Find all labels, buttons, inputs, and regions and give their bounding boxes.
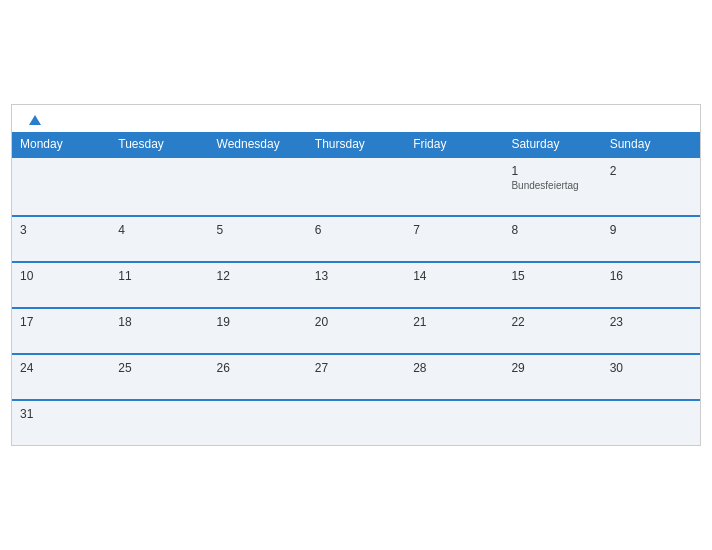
day-number: 14	[413, 269, 495, 283]
week-row-5: 24252627282930	[12, 354, 700, 400]
day-number: 23	[610, 315, 692, 329]
day-number: 2	[610, 164, 692, 178]
day-cell: 11	[110, 262, 208, 308]
calendar-grid: MondayTuesdayWednesdayThursdayFridaySatu…	[12, 132, 700, 445]
day-cell: 14	[405, 262, 503, 308]
week-row-1: 1Bundesfeiertag2	[12, 157, 700, 216]
weekday-header-wednesday: Wednesday	[209, 132, 307, 157]
logo-triangle-icon	[29, 115, 41, 125]
day-number: 5	[217, 223, 299, 237]
day-number: 20	[315, 315, 397, 329]
day-number: 26	[217, 361, 299, 375]
day-number: 25	[118, 361, 200, 375]
day-number: 27	[315, 361, 397, 375]
day-number: 6	[315, 223, 397, 237]
day-number: 10	[20, 269, 102, 283]
day-cell: 31	[12, 400, 110, 445]
day-cell: 20	[307, 308, 405, 354]
day-cell	[307, 157, 405, 216]
day-cell: 1Bundesfeiertag	[503, 157, 601, 216]
day-event: Bundesfeiertag	[511, 180, 593, 191]
day-cell: 24	[12, 354, 110, 400]
day-number: 24	[20, 361, 102, 375]
day-cell: 4	[110, 216, 208, 262]
day-cell	[209, 157, 307, 216]
day-cell	[110, 157, 208, 216]
day-cell: 22	[503, 308, 601, 354]
week-row-6: 31	[12, 400, 700, 445]
day-cell: 12	[209, 262, 307, 308]
day-cell: 7	[405, 216, 503, 262]
day-cell: 9	[602, 216, 700, 262]
weekday-header-thursday: Thursday	[307, 132, 405, 157]
day-cell: 30	[602, 354, 700, 400]
day-cell	[307, 400, 405, 445]
day-number: 16	[610, 269, 692, 283]
logo-blue-text	[26, 115, 41, 126]
week-row-4: 17181920212223	[12, 308, 700, 354]
weekday-header-monday: Monday	[12, 132, 110, 157]
day-cell	[405, 400, 503, 445]
day-number: 31	[20, 407, 102, 421]
calendar-body: 1Bundesfeiertag2345678910111213141516171…	[12, 157, 700, 445]
day-number: 9	[610, 223, 692, 237]
day-cell	[110, 400, 208, 445]
day-cell	[602, 400, 700, 445]
day-cell: 19	[209, 308, 307, 354]
day-number: 8	[511, 223, 593, 237]
day-cell: 13	[307, 262, 405, 308]
day-cell: 8	[503, 216, 601, 262]
day-number: 3	[20, 223, 102, 237]
day-cell	[209, 400, 307, 445]
day-number: 12	[217, 269, 299, 283]
calendar: MondayTuesdayWednesdayThursdayFridaySatu…	[11, 104, 701, 446]
day-number: 13	[315, 269, 397, 283]
day-number: 21	[413, 315, 495, 329]
day-cell: 5	[209, 216, 307, 262]
day-cell: 27	[307, 354, 405, 400]
week-row-3: 10111213141516	[12, 262, 700, 308]
weekday-header-saturday: Saturday	[503, 132, 601, 157]
day-cell: 17	[12, 308, 110, 354]
day-number: 1	[511, 164, 593, 178]
day-cell: 3	[12, 216, 110, 262]
weekday-header-tuesday: Tuesday	[110, 132, 208, 157]
day-cell: 21	[405, 308, 503, 354]
day-cell: 28	[405, 354, 503, 400]
day-number: 19	[217, 315, 299, 329]
logo	[26, 115, 41, 126]
day-number: 17	[20, 315, 102, 329]
day-cell: 23	[602, 308, 700, 354]
day-number: 4	[118, 223, 200, 237]
day-cell: 29	[503, 354, 601, 400]
day-cell: 26	[209, 354, 307, 400]
day-cell	[12, 157, 110, 216]
day-cell: 15	[503, 262, 601, 308]
day-number: 29	[511, 361, 593, 375]
day-cell: 10	[12, 262, 110, 308]
calendar-header	[12, 105, 700, 132]
day-cell: 25	[110, 354, 208, 400]
week-row-2: 3456789	[12, 216, 700, 262]
day-number: 28	[413, 361, 495, 375]
day-cell	[503, 400, 601, 445]
day-cell: 6	[307, 216, 405, 262]
day-number: 7	[413, 223, 495, 237]
day-number: 22	[511, 315, 593, 329]
day-number: 11	[118, 269, 200, 283]
day-cell: 2	[602, 157, 700, 216]
day-number: 30	[610, 361, 692, 375]
weekday-header-friday: Friday	[405, 132, 503, 157]
calendar-weekdays-header: MondayTuesdayWednesdayThursdayFridaySatu…	[12, 132, 700, 157]
day-number: 15	[511, 269, 593, 283]
day-cell: 16	[602, 262, 700, 308]
day-number: 18	[118, 315, 200, 329]
day-cell	[405, 157, 503, 216]
day-cell: 18	[110, 308, 208, 354]
weekday-header-sunday: Sunday	[602, 132, 700, 157]
weekday-row: MondayTuesdayWednesdayThursdayFridaySatu…	[12, 132, 700, 157]
